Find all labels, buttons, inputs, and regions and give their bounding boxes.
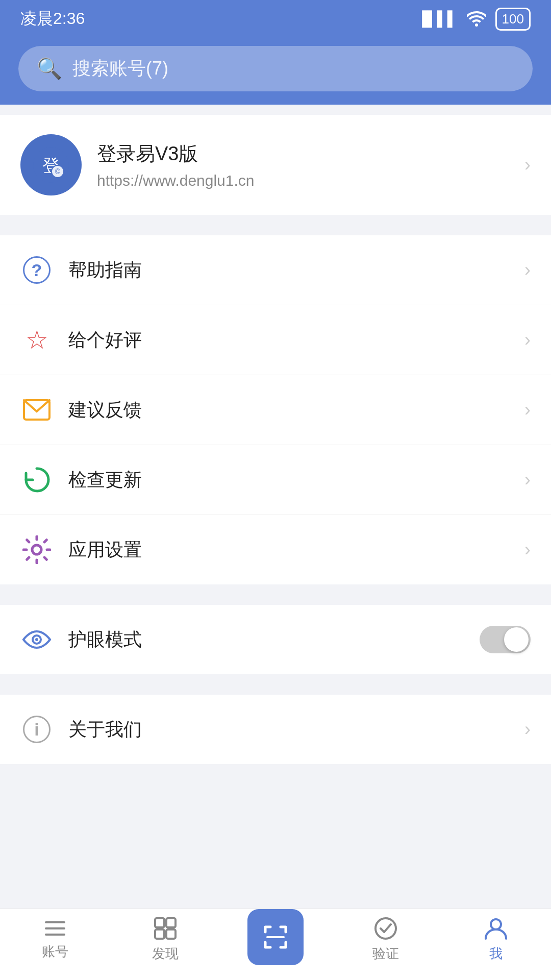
settings-chevron-icon: › [524,539,531,560]
signal-icon: ▐▌▌▌ [417,11,457,27]
account-chevron-icon: › [524,154,531,176]
avatar-icon: 登 © [33,147,69,183]
bottom-nav: 账号 发现 [0,909,551,980]
nav-item-account[interactable]: 账号 [0,918,110,961]
svg-rect-12 [166,918,176,927]
nav-item-me[interactable]: 我 [441,916,551,963]
divider-3 [0,674,551,684]
wifi-icon [467,11,486,27]
scan-icon [261,923,290,951]
svg-point-17 [491,919,501,929]
account-card[interactable]: 登 © 登录易V3版 https://www.denglu1.cn › [0,115,551,215]
eye-protect-toggle[interactable] [480,626,531,653]
update-label: 检查更新 [68,468,509,493]
svg-point-7 [35,638,38,641]
eye-protect-icon [20,623,53,656]
menu-item-feedback[interactable]: 建议反馈 › [0,375,551,445]
time-label: 凌晨2:36 [20,8,85,30]
feedback-chevron-icon: › [524,399,531,421]
rate-icon: ☆ [20,324,53,356]
account-nav-label: 账号 [42,943,68,961]
nav-item-scan[interactable] [220,909,331,970]
menu-item-rate[interactable]: ☆ 给个好评 › [0,305,551,375]
about-icon: i [20,713,53,746]
nav-item-discover[interactable]: 发现 [110,916,220,963]
settings-label: 应用设置 [68,537,509,562]
help-label: 帮助指南 [68,258,509,283]
eye-protect-section: 护眼模式 [0,605,551,674]
discover-nav-label: 发现 [152,945,179,963]
svg-rect-11 [155,918,164,927]
nav-item-verify[interactable]: 验证 [331,916,441,963]
main-menu-section: ? 帮助指南 › ☆ 给个好评 › 建议反馈 › 检查更新 › [0,235,551,584]
verify-nav-label: 验证 [372,945,399,963]
menu-item-help[interactable]: ? 帮助指南 › [0,235,551,305]
menu-item-about[interactable]: i 关于我们 › [0,695,551,764]
svg-text:©: © [55,167,61,176]
feedback-icon [20,394,53,426]
toggle-knob [504,627,529,652]
update-chevron-icon: › [524,469,531,491]
avatar: 登 © [20,134,82,195]
search-input[interactable]: 🔍 搜索账号(7) [18,46,533,91]
about-chevron-icon: › [524,719,531,740]
eye-protect-label: 护眼模式 [68,627,464,652]
discover-nav-icon [153,916,178,941]
account-name: 登录易V3版 [97,141,509,167]
status-bar-right: ▐▌▌▌ 100 [417,8,531,31]
settings-icon [20,533,53,566]
me-nav-label: 我 [489,945,503,963]
help-chevron-icon: › [524,259,531,281]
help-icon: ? [20,254,53,286]
menu-item-settings[interactable]: 应用设置 › [0,515,551,584]
account-url: https://www.denglu1.cn [97,172,509,189]
svg-rect-14 [166,929,176,939]
rate-chevron-icon: › [524,329,531,351]
search-icon: 🔍 [37,57,62,81]
rate-label: 给个好评 [68,328,509,353]
divider-2 [0,584,551,595]
menu-item-eye-protect[interactable]: 护眼模式 [0,605,551,674]
menu-item-update[interactable]: 检查更新 › [0,445,551,515]
svg-point-16 [375,918,396,939]
verify-nav-icon [373,916,398,941]
battery-indicator: 100 [495,8,531,31]
me-nav-icon [484,916,508,941]
svg-rect-13 [155,929,164,939]
search-placeholder: 搜索账号(7) [72,56,168,81]
account-info: 登录易V3版 https://www.denglu1.cn [97,141,509,189]
feedback-label: 建议反馈 [68,398,509,423]
divider-1 [0,215,551,225]
search-bar-container: 🔍 搜索账号(7) [0,36,551,105]
svg-point-5 [32,545,41,554]
scan-button[interactable] [247,909,304,965]
update-icon [20,463,53,496]
about-section: i 关于我们 › [0,695,551,764]
about-label: 关于我们 [68,717,509,742]
account-nav-icon [43,918,67,939]
status-bar: 凌晨2:36 ▐▌▌▌ 100 [0,0,551,36]
content-spacer [0,764,551,909]
